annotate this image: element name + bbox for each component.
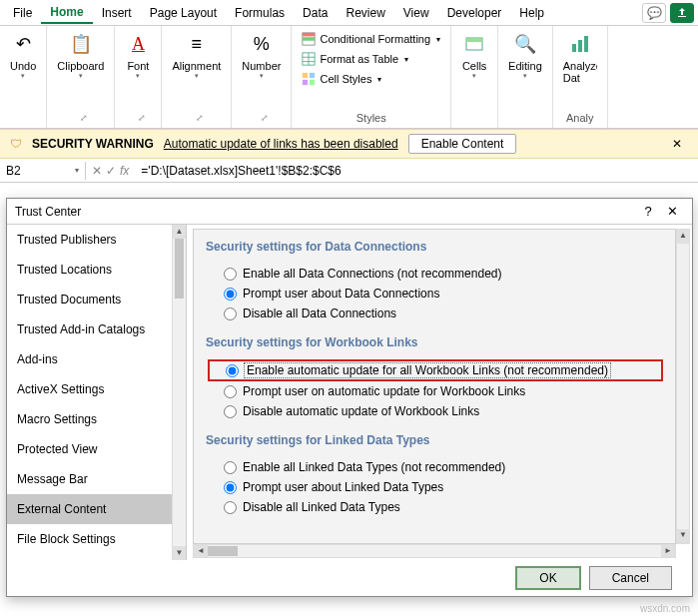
sidebar-item-message-bar[interactable]: Message Bar [7,464,172,494]
cell-styles-button[interactable]: Cell Styles▾ [298,70,444,88]
number-popout-icon[interactable]: ⤢ [261,113,269,123]
svg-rect-10 [310,80,315,85]
scroll-thumb[interactable] [208,546,238,556]
dialog-close-button[interactable]: ✕ [660,204,684,219]
dialog-titlebar: Trust Center ? ✕ [7,199,692,224]
section-title: Security settings for Linked Data Types [206,433,663,447]
ribbon: ↶Undo▾ 📋Clipboard▾ ⤢ AFont▾ ⤢ ≡Alignment… [0,26,698,129]
radio-dc-enable-all[interactable]: Enable all Data Connections (not recomme… [206,264,663,284]
sidebar-item-trusted-documents[interactable]: Trusted Documents [7,285,172,314]
scroll-up-icon[interactable]: ▲ [173,225,186,239]
svg-rect-8 [310,73,315,78]
cells-button[interactable]: Cells▾ [457,30,491,82]
section-workbook-links: Security settings for Workbook Links Ena… [206,335,663,421]
svg-rect-9 [303,80,308,85]
security-warning-message[interactable]: Automatic update of links has been disab… [164,137,398,151]
comments-button[interactable]: 💬 [642,3,666,23]
radio-ld-enable-all[interactable]: Enable all Linked Data Types (not recomm… [206,457,663,477]
fx-icon[interactable]: fx [120,164,129,178]
font-button[interactable]: AFont▾ [121,30,155,82]
cancel-formula-icon[interactable]: ✕ [92,164,102,178]
menu-review[interactable]: Review [337,3,393,23]
radio-wl-disable[interactable]: Disable automatic update of Workbook Lin… [206,401,663,421]
name-box[interactable]: B2▾ [0,162,86,180]
menu-bar: File Home Insert Page Layout Formulas Da… [0,0,698,26]
clipboard-popout-icon[interactable]: ⤢ [80,113,88,123]
alignment-button[interactable]: ≡Alignment▾ [168,30,225,82]
menu-formulas[interactable]: Formulas [226,3,294,23]
svg-rect-13 [572,44,576,52]
ribbon-group-clipboard: 📋Clipboard▾ ⤢ [47,26,115,128]
menu-data[interactable]: Data [294,3,337,23]
svg-rect-12 [466,38,482,42]
menu-help[interactable]: Help [510,3,553,23]
chevron-down-icon[interactable]: ▾ [75,166,79,175]
cond-format-icon [302,32,316,46]
security-warning-label: SECURITY WARNING [32,137,154,151]
settings-content: Security settings for Data Connections E… [187,225,692,560]
formula-input[interactable]: ='D:\[Dataset.xlsx]Sheet1'!$B$2:$C$6 [135,162,698,180]
menu-view[interactable]: View [394,3,438,23]
sidebar-item-protected-view[interactable]: Protected View [7,434,172,464]
sidebar-item-activex[interactable]: ActiveX Settings [7,374,172,404]
dialog-help-button[interactable]: ? [636,204,660,219]
conditional-formatting-button[interactable]: Conditional Formatting▾ [298,30,444,48]
content-hscrollbar[interactable]: ◄ ► [193,544,676,558]
analyze-icon [570,34,590,54]
scroll-right-icon[interactable]: ► [661,545,675,557]
menu-page-layout[interactable]: Page Layout [141,3,226,23]
styles-group-label: Styles [356,110,386,126]
sidebar-item-trusted-publishers[interactable]: Trusted Publishers [7,225,172,255]
sidebar-item-privacy[interactable]: Privacy Options [7,554,172,560]
format-as-table-button[interactable]: Format as Table▾ [298,50,444,68]
radio-wl-enable-all[interactable]: Enable automatic update for all Workbook… [208,359,663,381]
sidebar-item-external-content[interactable]: External Content [7,494,172,524]
radio-wl-prompt[interactable]: Prompt user on automatic update for Work… [206,381,663,401]
sidebar-scrollbar[interactable]: ▲ ▼ [172,225,186,560]
scroll-left-icon[interactable]: ◄ [194,545,208,557]
svg-rect-15 [584,36,588,52]
table-icon [302,52,316,66]
sidebar-item-macro[interactable]: Macro Settings [7,404,172,434]
ribbon-group-cells: Cells▾ [451,26,498,128]
sidebar-item-file-block[interactable]: File Block Settings [7,524,172,554]
sidebar-item-addins[interactable]: Add-ins [7,344,172,374]
ribbon-group-font: AFont▾ ⤢ [115,26,162,128]
cancel-button[interactable]: Cancel [589,566,672,590]
ok-button[interactable]: OK [515,566,580,590]
dialog-title: Trust Center [15,205,636,219]
scroll-down-icon[interactable]: ▼ [677,529,689,543]
scroll-thumb[interactable] [175,239,184,299]
paste-button[interactable]: 📋Clipboard▾ [53,30,108,82]
scroll-up-icon[interactable]: ▲ [677,230,689,244]
watermark: wsxdn.com [640,603,690,614]
formula-bar: B2▾ ✕ ✓ fx ='D:\[Dataset.xlsx]Sheet1'!$B… [0,159,698,183]
menu-insert[interactable]: Insert [93,3,141,23]
menu-file[interactable]: File [4,3,41,23]
menu-home[interactable]: Home [41,2,92,24]
enable-content-button[interactable]: Enable Content [408,134,517,154]
font-popout-icon[interactable]: ⤢ [138,113,146,123]
share-button[interactable] [670,3,694,23]
undo-button[interactable]: ↶Undo▾ [6,30,40,82]
accept-formula-icon[interactable]: ✓ [106,164,116,178]
content-vscrollbar[interactable]: ▲ ▼ [676,229,690,544]
analyze-data-button[interactable]: Analyze Dat [559,30,601,86]
security-close-button[interactable]: ✕ [666,135,688,153]
scroll-down-icon[interactable]: ▼ [173,546,186,560]
section-title: Security settings for Workbook Links [206,335,663,349]
radio-ld-disable[interactable]: Disable all Linked Data Types [206,497,663,517]
menu-developer[interactable]: Developer [438,3,511,23]
dialog-buttons: OK Cancel [7,560,692,596]
section-data-connections: Security settings for Data Connections E… [206,240,663,323]
sidebar-item-trusted-addin-catalogs[interactable]: Trusted Add-in Catalogs [7,314,172,344]
ribbon-group-editing: 🔍Editing▾ [498,26,553,128]
editing-button[interactable]: 🔍Editing▾ [504,30,546,82]
radio-dc-prompt[interactable]: Prompt user about Data Connections [206,284,663,304]
sidebar-item-trusted-locations[interactable]: Trusted Locations [7,255,172,285]
alignment-popout-icon[interactable]: ⤢ [196,113,204,123]
svg-rect-7 [303,73,308,78]
number-button[interactable]: %Number▾ [238,30,285,82]
radio-dc-disable[interactable]: Disable all Data Connections [206,304,663,323]
radio-ld-prompt[interactable]: Prompt user about Linked Data Types [206,477,663,497]
